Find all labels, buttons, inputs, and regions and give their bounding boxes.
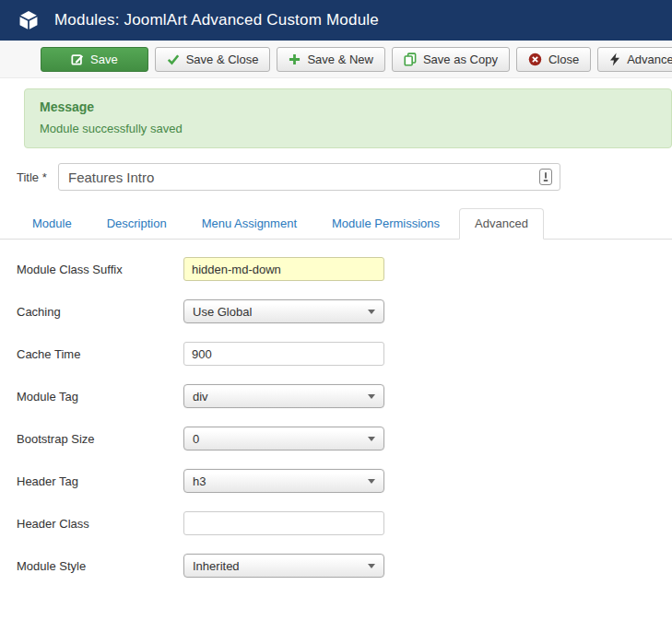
button-label: Save — [90, 53, 118, 66]
toolbar: Save Save & Close Save & New Save as Cop… — [0, 41, 672, 78]
check-icon — [167, 53, 180, 65]
button-label: Close — [548, 53, 579, 66]
module-style-select[interactable]: Inherited — [183, 554, 384, 578]
field-label: Bootstrap Size — [17, 432, 183, 446]
form-row: Header Class — [17, 511, 672, 535]
button-label: Save & Close — [186, 53, 259, 66]
bootstrap-size-select[interactable]: 0 — [183, 427, 384, 450]
button-label: Save as Copy — [423, 53, 498, 66]
form-row: Bootstrap Size 0 — [17, 427, 672, 450]
field-label: Module Class Suffix — [17, 263, 183, 276]
message-heading: Message — [40, 99, 656, 114]
close-button[interactable]: Close — [516, 47, 591, 72]
caching-select[interactable]: Use Global — [183, 299, 384, 323]
tab-menu-assignment[interactable]: Menu Assignment — [186, 208, 312, 240]
field-label: Cache Time — [17, 347, 183, 361]
save-and-new-button[interactable]: Save & New — [277, 47, 385, 72]
tab-advanced[interactable]: Advanced — [459, 208, 544, 240]
header-tag-select[interactable]: h3 — [183, 469, 384, 493]
title-input[interactable] — [58, 163, 560, 191]
tab-description[interactable]: Description — [91, 208, 183, 240]
form-row: Caching Use Global — [17, 299, 672, 323]
tab-module-permissions[interactable]: Module Permissions — [316, 208, 455, 240]
selected-option: h3 — [193, 474, 206, 488]
form-row: Module Class Suffix — [17, 257, 672, 281]
field-label: Module Style — [17, 559, 183, 573]
app-header: Modules: JoomlArt Advanced Custom Module — [0, 0, 672, 41]
button-label: Save & New — [307, 53, 373, 66]
form-row: Module Tag div — [17, 384, 672, 408]
title-label: Title * — [17, 170, 58, 184]
module-tag-select[interactable]: div — [183, 384, 384, 408]
form-row: Cache Time — [17, 342, 672, 366]
advanced-button[interactable]: Advanced — [597, 47, 672, 72]
selected-option: Inherited — [193, 559, 240, 573]
close-icon — [528, 53, 542, 66]
form-row: Module Style Inherited — [17, 554, 672, 578]
field-label: Header Tag — [17, 474, 183, 488]
selected-option: Use Global — [193, 305, 252, 319]
success-message: Message Module successfully saved — [24, 88, 672, 148]
save-as-copy-button[interactable]: Save as Copy — [392, 47, 510, 72]
field-label: Header Class — [17, 517, 183, 531]
save-icon — [71, 53, 84, 65]
save-button[interactable]: Save — [41, 47, 148, 72]
field-label: Module Tag — [17, 390, 183, 404]
message-body: Module successfully saved — [40, 122, 656, 135]
button-label: Advanced — [627, 53, 672, 66]
form-row: Header Tag h3 — [17, 469, 672, 493]
input-field-icon — [539, 169, 552, 185]
selected-option: div — [193, 390, 208, 404]
page-title: Modules: JoomlArt Advanced Custom Module — [54, 11, 379, 29]
chevron-down-icon — [368, 394, 375, 399]
save-and-close-button[interactable]: Save & Close — [155, 47, 271, 72]
tab-module[interactable]: Module — [17, 208, 88, 240]
chevron-down-icon — [368, 564, 375, 568]
title-row: Title * — [17, 163, 672, 191]
tab-bar: Module Description Menu Assignment Modul… — [0, 208, 672, 240]
header-class-input[interactable] — [183, 511, 384, 535]
field-label: Caching — [17, 305, 183, 319]
plus-icon — [289, 53, 301, 65]
module-class-suffix-input[interactable] — [183, 257, 384, 281]
bolt-icon — [609, 53, 620, 66]
copy-icon — [404, 53, 417, 66]
cube-icon — [18, 10, 39, 30]
advanced-form: Module Class Suffix Caching Use Global C… — [17, 257, 672, 578]
cache-time-input[interactable] — [183, 342, 384, 366]
chevron-down-icon — [368, 479, 375, 484]
chevron-down-icon — [368, 310, 375, 314]
selected-option: 0 — [193, 432, 199, 446]
chevron-down-icon — [368, 437, 375, 441]
title-input-wrap — [58, 163, 560, 191]
